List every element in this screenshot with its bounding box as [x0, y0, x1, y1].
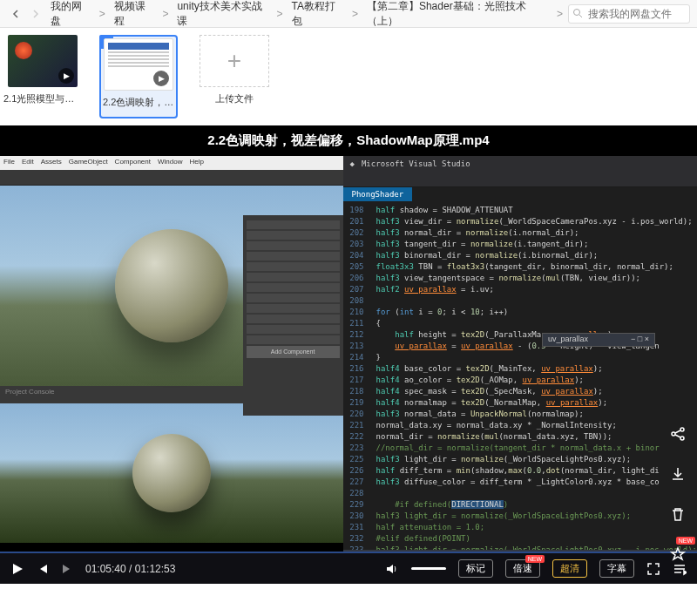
svg-point-3: [680, 437, 684, 440]
crumb-3[interactable]: TA教程打包: [288, 0, 347, 29]
crumb-sep: >: [94, 8, 111, 20]
upload-label: 上传文件: [195, 92, 274, 105]
unity-panel: FileEditAssetsGameObjectComponentWindowH…: [0, 156, 343, 565]
file-grid: ▶ 2.1光照模型与法... ✓ ▶ 2.2色调映射，视... + 上传文件: [0, 28, 697, 125]
nav-back[interactable]: [7, 5, 24, 23]
subtitle-button[interactable]: 字幕: [599, 559, 634, 578]
next-button[interactable]: [61, 563, 73, 575]
watch-close-icon: − □ ×: [631, 335, 649, 345]
crumb-2[interactable]: unity技术美术实战课: [173, 0, 271, 29]
code-editor: 198half shadow = SHADOW_ATTENUAT 201half…: [343, 205, 697, 550]
visual-studio-panel: ◆Microsoft Visual Studio PhongShader 198…: [343, 156, 697, 565]
svg-point-0: [574, 9, 580, 15]
watch-var: uv_parallax: [548, 335, 588, 345]
volume-button[interactable]: [385, 562, 399, 576]
upload-plus-icon: +: [200, 35, 269, 87]
vs-titlebar: ◆Microsoft Visual Studio: [343, 156, 697, 172]
upload-tile[interactable]: + 上传文件: [195, 35, 274, 118]
unity-inspector: Add Component: [243, 215, 343, 416]
file-item-0[interactable]: ▶ 2.1光照模型与法...: [3, 35, 82, 118]
float-actions: NEW: [666, 422, 690, 566]
search-box: [568, 4, 690, 24]
time-display: 01:05:40 / 01:12:53: [85, 563, 175, 575]
video-content[interactable]: FileEditAssetsGameObjectComponentWindowH…: [0, 156, 697, 565]
favorite-button[interactable]: NEW: [666, 542, 690, 566]
vs-watch-window: uv_parallax − □ ×: [542, 333, 655, 347]
tag-button[interactable]: 标记: [458, 559, 493, 578]
breadcrumb-bar: 我的网盘 > 视频课程 > unity技术美术实战课 > TA教程打包 > 【第…: [0, 0, 697, 28]
vs-toolbar: [343, 172, 697, 187]
svg-point-2: [680, 428, 684, 431]
crumb-1[interactable]: 视频课程: [111, 0, 158, 29]
file-name-0: 2.1光照模型与法...: [3, 92, 82, 105]
file-thumb-0: ▶: [8, 35, 78, 87]
file-thumb-1: ▶: [104, 38, 173, 91]
crumb-4[interactable]: 【第二章】Shader基础：光照技术（上）: [363, 0, 552, 29]
new-badge: NEW: [676, 537, 695, 545]
share-button[interactable]: [666, 422, 690, 446]
delete-button[interactable]: [666, 502, 690, 526]
play-icon: ▶: [153, 71, 169, 86]
video-controls: 01:05:40 / 01:12:53 标记 倍速NEW 超清 字幕: [0, 552, 697, 584]
quality-button[interactable]: 超清: [552, 559, 587, 578]
nav-forward[interactable]: [27, 5, 44, 23]
fullscreen-button[interactable]: [646, 562, 660, 576]
search-icon: [572, 8, 583, 21]
vs-tabs: PhongShader: [343, 187, 697, 205]
unity-menubar: FileEditAssetsGameObjectComponentWindowH…: [0, 156, 343, 170]
download-button[interactable]: [666, 462, 690, 486]
play-icon: ▶: [58, 68, 74, 84]
scene-sphere: [115, 229, 228, 342]
vs-tab-active: PhongShader: [343, 187, 413, 201]
prev-button[interactable]: [37, 563, 49, 575]
video-title: 2.2色调映射，视差偏移，ShadowMap原理.mp4: [0, 125, 697, 156]
volume-slider[interactable]: [411, 567, 446, 570]
video-player: 2.2色调映射，视差偏移，ShadowMap原理.mp4 FileEditAss…: [0, 125, 697, 584]
play-button[interactable]: [10, 562, 24, 576]
file-name-1: 2.2色调映射，视...: [103, 96, 174, 109]
speed-button[interactable]: 倍速NEW: [505, 559, 540, 578]
file-item-1[interactable]: ✓ ▶ 2.2色调映射，视...: [99, 35, 178, 118]
search-input[interactable]: [568, 4, 690, 24]
unity-game-view: [0, 403, 343, 543]
preview-sphere: [132, 434, 211, 512]
crumb-0[interactable]: 我的网盘: [47, 0, 94, 29]
unity-toolbar: [0, 170, 343, 186]
svg-point-1: [672, 432, 675, 436]
